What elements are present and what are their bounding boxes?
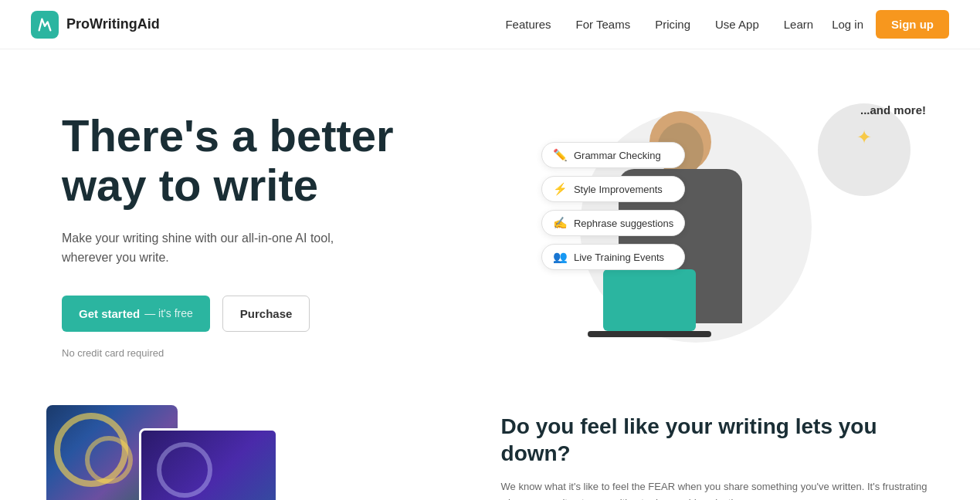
navbar: ProWritingAid Features For Teams Pricing…	[0, 0, 980, 49]
logo-text: ProWritingAid	[66, 16, 160, 32]
logo[interactable]: ProWritingAid	[31, 11, 160, 39]
hero-title: There's a better way to write	[62, 111, 541, 210]
nav-pricing[interactable]: Pricing	[655, 18, 690, 31]
person-laptop	[603, 269, 696, 331]
bg-circle-small	[818, 103, 910, 196]
chip-training: 👥 Live Training Events	[541, 244, 685, 270]
hero-subtitle: Make your writing shine with our all-in-…	[62, 228, 355, 268]
grammar-icon: ✏️	[553, 148, 568, 162]
nav-for-teams[interactable]: For Teams	[576, 18, 631, 31]
hero-left: There's a better way to write Make your …	[62, 96, 541, 359]
style-icon: ⚡	[553, 182, 568, 196]
training-icon: 👥	[553, 250, 568, 264]
rephrase-icon: ✍️	[553, 216, 568, 230]
chip-grammar: ✏️ Grammar Checking	[541, 142, 685, 168]
hero-right: ...and more! ✦ ✏️ Grammar Checking ⚡ Sty…	[541, 96, 934, 358]
no-credit-text: No credit card required	[62, 347, 541, 359]
logo-icon	[31, 11, 59, 39]
get-started-button[interactable]: Get started — it's free	[62, 296, 210, 332]
login-link[interactable]: Log in	[832, 18, 863, 31]
second-section: My idea in my head Do you feel like your…	[0, 390, 980, 500]
nav-use-app[interactable]: Use App	[715, 18, 759, 31]
chip-style: ⚡ Style Improvements	[541, 176, 685, 202]
signup-button[interactable]: Sign up	[876, 10, 949, 39]
artwork-container: My idea in my head	[46, 405, 309, 500]
star-decoration: ✦	[856, 127, 872, 148]
nav-links: Features For Teams Pricing Use App Learn	[505, 18, 813, 32]
hero-section: There's a better way to write Make your …	[0, 49, 980, 390]
nav-learn[interactable]: Learn	[784, 18, 813, 31]
nav-features[interactable]: Features	[505, 18, 551, 31]
free-label: — it's free	[144, 307, 193, 319]
section-title: Do you feel like your writing lets you d…	[501, 413, 934, 467]
hero-illustration: ...and more! ✦ ✏️ Grammar Checking ⚡ Sty…	[541, 96, 934, 358]
chip-rephrase: ✍️ Rephrase suggestions	[541, 210, 685, 236]
second-right: Do you feel like your writing lets you d…	[501, 405, 934, 500]
hero-buttons: Get started — it's free Purchase	[62, 296, 541, 332]
section-description: We know what it's like to feel the FEAR …	[501, 479, 934, 500]
feature-chips: ✏️ Grammar Checking ⚡ Style Improvements…	[541, 142, 685, 270]
purchase-button[interactable]: Purchase	[222, 296, 310, 332]
second-left: My idea in my head	[46, 405, 455, 500]
and-more-text: ...and more!	[860, 103, 926, 117]
artwork-overlay	[139, 428, 278, 500]
